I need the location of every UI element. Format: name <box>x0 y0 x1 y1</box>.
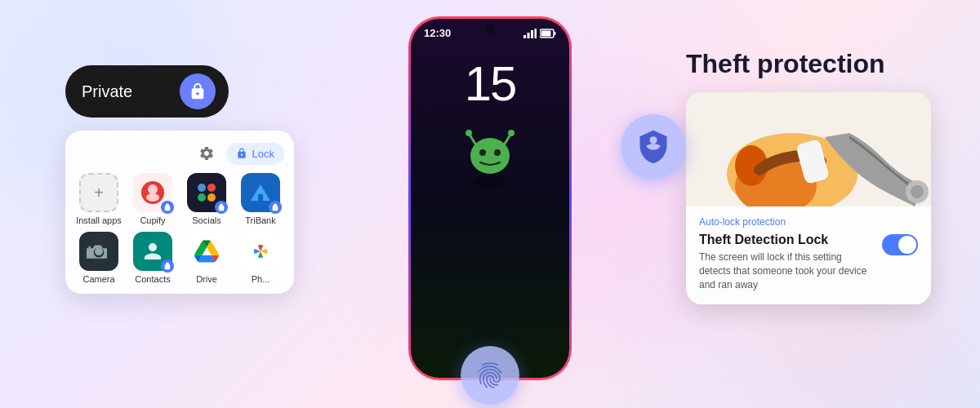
svg-point-27 <box>911 185 924 198</box>
theft-protection-heading: Theft protection <box>686 49 931 79</box>
theft-card-image <box>686 92 931 206</box>
cupify-icon <box>133 173 172 212</box>
theft-row: Theft Detection Lock The screen will loc… <box>699 233 918 291</box>
fingerprint-icon <box>474 360 506 391</box>
svg-rect-15 <box>541 30 551 36</box>
list-item[interactable]: Cupify <box>129 173 176 225</box>
auto-lock-label: Auto-lock protection <box>699 216 918 228</box>
app-name-contacts: Contacts <box>135 274 170 284</box>
phone-container: 12:30 <box>408 16 572 380</box>
phone-screen: 12:30 <box>411 19 569 378</box>
list-item[interactable]: Ph... <box>237 232 284 284</box>
private-pill[interactable]: Private <box>65 65 229 118</box>
theft-title: Theft Detection Lock <box>699 233 875 247</box>
app-name-camera: Camera <box>82 274 114 284</box>
settings-icon[interactable] <box>194 140 220 166</box>
app-name-install: Install apps <box>76 215 122 225</box>
socials-icon <box>187 173 226 212</box>
tribank-icon <box>241 173 280 212</box>
signal-icon <box>523 29 537 38</box>
theft-illustration <box>686 92 931 206</box>
private-label: Private <box>82 82 170 101</box>
app-grid: + Install apps Cupify <box>75 173 284 284</box>
list-item[interactable]: Contacts <box>129 232 176 284</box>
status-icons <box>523 29 556 38</box>
fingerprint-bubble <box>461 346 519 405</box>
svg-point-1 <box>148 184 158 194</box>
lock-label: Lock <box>252 148 274 160</box>
camera-notch <box>485 24 495 33</box>
app-name-tribank: TriBank <box>245 215 276 225</box>
svg-rect-14 <box>555 32 556 35</box>
phone-wrapper: 12:30 <box>408 16 572 380</box>
contacts-icon <box>133 232 172 271</box>
drive-icon <box>187 232 226 271</box>
android-robot <box>449 125 531 190</box>
theft-card: Auto-lock protection Theft Detection Loc… <box>686 92 931 304</box>
svg-point-17 <box>466 130 472 136</box>
camera-icon <box>79 232 118 271</box>
svg-point-19 <box>508 130 514 136</box>
svg-point-5 <box>198 193 206 202</box>
svg-point-23 <box>474 175 506 188</box>
svg-point-6 <box>207 193 216 202</box>
svg-rect-10 <box>528 33 530 38</box>
app-name-cupify: Cupify <box>140 215 165 225</box>
shield-key-icon <box>635 129 671 165</box>
app-name-drive: Drive <box>196 274 217 284</box>
list-item[interactable]: Drive <box>183 232 230 284</box>
svg-point-3 <box>198 184 206 192</box>
battery-icon <box>540 29 556 38</box>
private-lock-icon[interactable] <box>180 73 216 109</box>
app-drawer: Lock + Install apps <box>65 131 294 294</box>
app-name-socials: Socials <box>192 215 220 225</box>
list-item[interactable]: + Install apps <box>75 173 122 225</box>
svg-rect-11 <box>531 30 533 38</box>
left-panel: Private Lock + I <box>65 65 294 294</box>
list-item[interactable]: Socials <box>183 173 230 225</box>
right-panel: Theft protection <box>653 49 931 304</box>
drawer-header: Lock <box>75 140 284 166</box>
app-name-photos: Ph... <box>252 274 270 284</box>
list-item[interactable]: Camera <box>75 232 122 284</box>
theft-detection-toggle[interactable] <box>882 234 918 255</box>
svg-rect-12 <box>535 29 537 38</box>
time-display-small: 12:30 <box>424 27 451 39</box>
svg-point-21 <box>479 149 486 156</box>
theft-desc: The screen will lock if this setting det… <box>699 251 875 291</box>
shield-bubble <box>621 114 686 180</box>
time-number: 15 <box>465 55 516 112</box>
svg-point-20 <box>470 138 510 174</box>
svg-rect-8 <box>258 194 263 201</box>
svg-point-2 <box>146 193 159 202</box>
svg-point-4 <box>207 184 216 192</box>
list-item[interactable]: TriBank <box>237 173 284 225</box>
svg-rect-9 <box>523 35 526 38</box>
photos-icon <box>241 232 280 271</box>
theft-text: Theft Detection Lock The screen will loc… <box>699 233 875 291</box>
toggle-knob <box>898 236 916 254</box>
lock-button[interactable]: Lock <box>226 143 284 165</box>
theft-card-content: Auto-lock protection Theft Detection Loc… <box>686 206 931 304</box>
install-apps-icon: + <box>79 173 118 212</box>
svg-point-22 <box>494 149 501 156</box>
